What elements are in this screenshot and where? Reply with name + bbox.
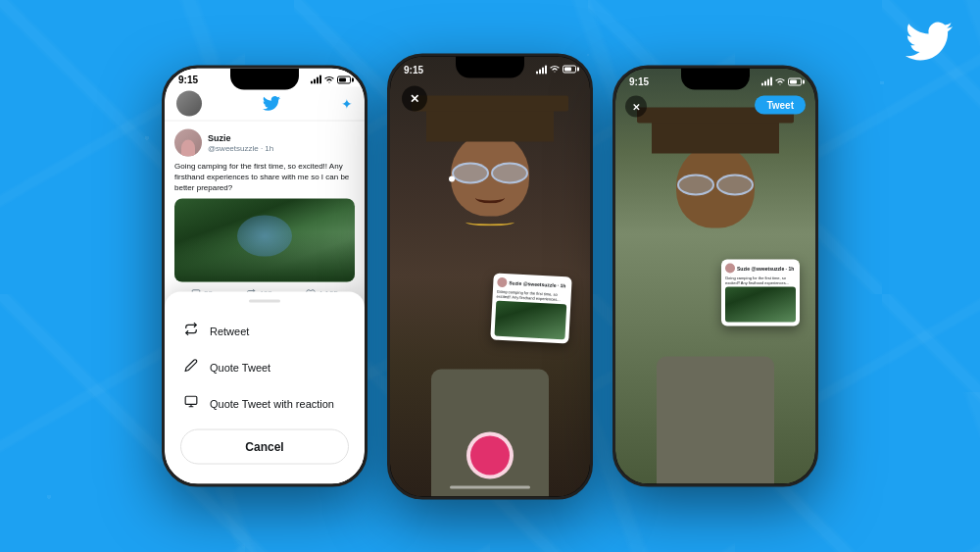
floating-tweet-2: Suzie @sweetsuzzle · 1h Going camping fo… [490,273,571,343]
signal-bar-4 [319,75,321,84]
signal-bar-2 [314,79,316,84]
bottom-sheet-handle [249,300,280,303]
bottom-sheet: Retweet Quote Tweet [165,292,365,484]
svg-rect-0 [185,396,197,404]
floating-tweet-name-2: Suzie @sweetsuzzle · 1h [509,279,565,288]
close-icon-2: ✕ [410,91,419,105]
close-button-3[interactable]: ✕ [625,96,647,118]
retweet-label: Retweet [210,325,249,336]
floating-tweet-name-3: Suzie @sweetsuzzle · 1h [737,265,794,271]
phone-1-time: 9:15 [178,75,198,85]
signal-bar-3-4 [770,77,772,86]
floating-tweet-3: Suzie @sweetsuzzle · 1h Going camping fo… [721,259,800,326]
progress-bar-2 [450,485,530,488]
quote-tweet-label: Quote Tweet [210,361,270,373]
phone-3-status-bar: 9:15 [615,69,815,89]
tweet-card: Suzie @sweetsuzzle · 1h Going camping fo… [165,122,365,315]
quote-tweet-menu-icon [184,359,198,376]
phone-1-status-icons [311,75,351,84]
tweet-author-info: Suzie @sweetsuzzle · 1h [208,132,273,152]
phone-3-screen: 9:15 ✕ [615,69,815,484]
signal-bar-2-2 [539,69,541,74]
phones-container: 9:15 [162,53,818,499]
wifi-3-icon [775,77,785,85]
tweet-author-row: Suzie @sweetsuzzle · 1h [174,129,355,157]
close-button-2[interactable]: ✕ [402,85,427,111]
retweet-menu-icon [184,323,198,339]
sparkle-icon[interactable]: ✦ [341,96,353,112]
phone-1-notch [230,69,299,90]
floating-tweet-header-3: Suzie @sweetsuzzle · 1h [725,263,796,273]
tweet-text: Going camping for the first time, so exc… [174,161,355,194]
floating-tweet-avatar-2 [497,277,508,288]
phone-3-status-icons [761,77,802,86]
quote-tweet-reaction-label: Quote Tweet with reaction [210,397,334,409]
person-necklace-2 [466,218,514,226]
phone-2: 9:15 ✕ [387,53,593,499]
signal-bars-2-icon [536,65,547,74]
battery-icon [337,75,351,83]
quote-tweet-menu-item[interactable]: Quote Tweet [165,349,365,385]
twitter-bird-header-icon [263,95,280,113]
signal-bar-2-1 [536,71,538,74]
signal-bars-icon [311,75,321,84]
tweet-image [174,198,355,281]
phone-1-twitter-header: ✦ [165,87,365,122]
person-body-3 [657,357,774,484]
battery-3-fill [790,79,797,83]
signal-bar-3-3 [767,79,769,86]
battery-2-fill [564,68,571,72]
phone-3: 9:15 ✕ [612,66,818,487]
person-smile-2 [475,191,505,203]
phone-2-screen: 9:15 ✕ [390,56,590,496]
quote-tweet-reaction-menu-item[interactable]: Quote Tweet with reaction [165,385,365,422]
user-avatar-header[interactable] [176,91,202,117]
twitter-logo [906,18,953,69]
person-glasses-3 [675,173,756,194]
signal-bar-1 [311,81,313,84]
twitter-header-logo-container [202,95,341,113]
camera-capture-button[interactable] [466,431,514,478]
battery-2-icon [563,66,576,74]
close-icon-3: ✕ [632,101,640,112]
floating-tweet-img-3 [725,286,796,322]
tweet-author-avatar[interactable] [174,129,202,157]
wifi-icon [324,75,334,83]
signal-bars-3-icon [761,77,772,86]
phone-2-time: 9:15 [404,64,423,75]
floating-tweet-img-2 [494,301,566,340]
person-earbud-2 [449,176,455,181]
wifi-2-icon [550,66,560,74]
battery-fill [339,77,346,81]
quote-tweet-reaction-icon [184,395,198,412]
signal-bar-2-4 [545,65,547,74]
phone-2-status-bar: 9:15 [390,56,590,76]
phone-1-screen: 9:15 [165,69,365,484]
tweet-author-name: Suzie [208,132,273,143]
signal-bar-3-1 [761,83,763,86]
retweet-menu-item[interactable]: Retweet [165,313,365,349]
phone-1: 9:15 [162,66,368,487]
cancel-button[interactable]: Cancel [180,429,349,465]
signal-bar-2-3 [542,67,544,74]
person-glasses-2 [450,160,530,181]
tweet-author-handle: @sweetsuzzle · 1h [208,143,273,153]
tweet-post-button[interactable]: Tweet [755,96,806,115]
signal-bar-3 [317,77,318,84]
phone-2-status-icons [536,65,576,74]
floating-tweet-avatar-3 [725,263,735,273]
signal-bar-3-2 [764,81,766,86]
person-hat-2 [426,87,554,141]
phone-3-time: 9:15 [629,76,649,87]
floating-tweet-text-3: Going camping for the first time, so exc… [725,275,796,284]
battery-3-icon [788,77,802,85]
